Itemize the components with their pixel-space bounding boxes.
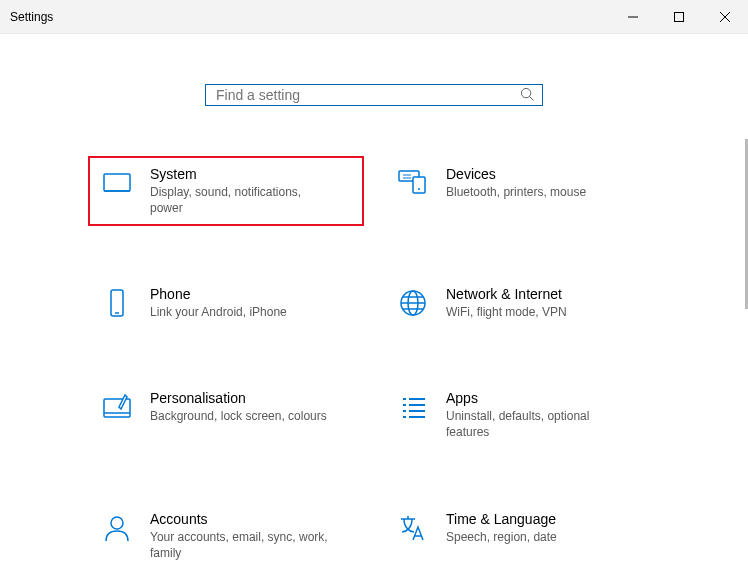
close-icon bbox=[720, 12, 730, 22]
tile-time-language[interactable]: Time & Language Speech, region, date bbox=[384, 501, 660, 571]
search-icon bbox=[512, 87, 542, 102]
devices-icon bbox=[396, 166, 430, 200]
tile-title: Apps bbox=[446, 390, 626, 406]
tile-personalisation[interactable]: Personalisation Background, lock screen,… bbox=[88, 380, 364, 450]
tile-network[interactable]: Network & Internet WiFi, flight mode, VP… bbox=[384, 276, 660, 330]
tile-title: Personalisation bbox=[150, 390, 327, 406]
search-input[interactable] bbox=[206, 85, 512, 105]
settings-grid: System Display, sound, notifications, po… bbox=[88, 156, 660, 571]
window-controls bbox=[610, 0, 748, 33]
minimize-button[interactable] bbox=[610, 0, 656, 33]
maximize-icon bbox=[674, 12, 684, 22]
tile-desc: Uninstall, defaults, optional features bbox=[446, 408, 626, 440]
network-icon bbox=[396, 286, 430, 320]
personalisation-icon bbox=[100, 390, 134, 424]
content-area: System Display, sound, notifications, po… bbox=[0, 34, 748, 571]
tile-title: Network & Internet bbox=[446, 286, 567, 302]
tile-desc: Speech, region, date bbox=[446, 529, 557, 545]
svg-rect-2 bbox=[104, 174, 130, 191]
tile-desc: WiFi, flight mode, VPN bbox=[446, 304, 567, 320]
tile-title: Time & Language bbox=[446, 511, 557, 527]
titlebar: Settings bbox=[0, 0, 748, 34]
tile-title: Accounts bbox=[150, 511, 330, 527]
svg-rect-0 bbox=[675, 12, 684, 21]
svg-point-1 bbox=[521, 89, 530, 98]
tile-title: Phone bbox=[150, 286, 287, 302]
search-box[interactable] bbox=[205, 84, 543, 106]
tile-system[interactable]: System Display, sound, notifications, po… bbox=[88, 156, 364, 226]
tile-desc: Your accounts, email, sync, work, family bbox=[150, 529, 330, 561]
close-button[interactable] bbox=[702, 0, 748, 33]
tile-desc: Bluetooth, printers, mouse bbox=[446, 184, 586, 200]
tile-desc: Background, lock screen, colours bbox=[150, 408, 327, 424]
svg-point-5 bbox=[418, 188, 420, 190]
tile-accounts[interactable]: Accounts Your accounts, email, sync, wor… bbox=[88, 501, 364, 571]
scrollbar[interactable] bbox=[741, 139, 748, 449]
window-title: Settings bbox=[0, 10, 53, 24]
accounts-icon bbox=[100, 511, 134, 545]
tile-desc: Link your Android, iPhone bbox=[150, 304, 287, 320]
svg-rect-4 bbox=[413, 177, 425, 193]
tile-apps[interactable]: Apps Uninstall, defaults, optional featu… bbox=[384, 380, 660, 450]
svg-rect-9 bbox=[104, 399, 130, 417]
svg-point-10 bbox=[111, 517, 123, 529]
phone-icon bbox=[100, 286, 134, 320]
tile-title: System bbox=[150, 166, 330, 182]
minimize-icon bbox=[628, 12, 638, 22]
tile-phone[interactable]: Phone Link your Android, iPhone bbox=[88, 276, 364, 330]
apps-icon bbox=[396, 390, 430, 424]
system-icon bbox=[100, 166, 134, 200]
tile-desc: Display, sound, notifications, power bbox=[150, 184, 330, 216]
tile-devices[interactable]: Devices Bluetooth, printers, mouse bbox=[384, 156, 660, 226]
maximize-button[interactable] bbox=[656, 0, 702, 33]
time-language-icon bbox=[396, 511, 430, 545]
svg-rect-6 bbox=[111, 290, 123, 316]
tile-title: Devices bbox=[446, 166, 586, 182]
